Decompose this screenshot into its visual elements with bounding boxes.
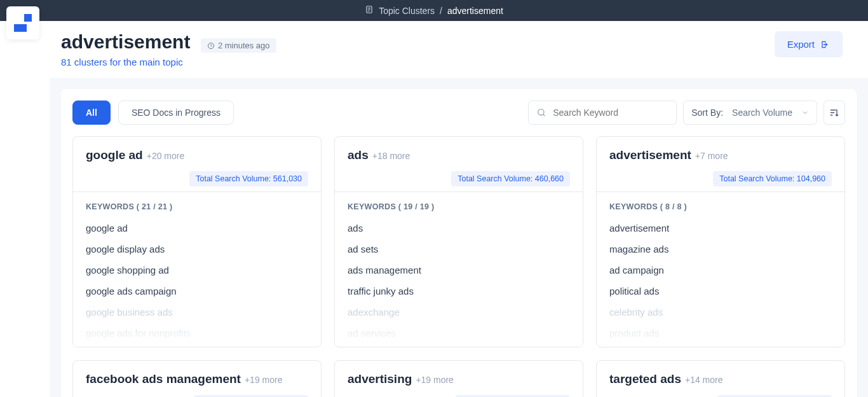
timestamp-text: 2 minutes ago <box>218 41 270 50</box>
tab-seo-progress[interactable]: SEO Docs in Progress <box>118 101 234 125</box>
keyword-item[interactable]: google shopping ad <box>73 260 321 281</box>
cluster-card[interactable]: advertisement+7 moreTotal Search Volume:… <box>596 136 845 347</box>
cluster-title: facebook ads management <box>86 372 241 386</box>
content-area: All SEO Docs in Progress Sort By: Search… <box>50 78 868 397</box>
export-label: Export <box>787 39 815 50</box>
keyword-item[interactable]: ads management <box>335 260 583 281</box>
cluster-more-count: +7 more <box>695 151 728 161</box>
keywords-label: KEYWORDS ( 19 / 19 ) <box>335 192 583 218</box>
keyword-item[interactable]: advertisement <box>597 218 844 239</box>
page-title: advertisement <box>61 31 190 53</box>
keyword-item[interactable]: ad sets <box>335 239 583 260</box>
search-icon <box>536 108 546 118</box>
chevron-down-icon <box>801 109 809 116</box>
breadcrumb-parent[interactable]: Topic Clusters <box>379 6 435 16</box>
fade-overlay <box>73 315 321 347</box>
volume-badge: Total Search Volume: 460,660 <box>451 171 570 186</box>
cluster-card[interactable]: advertising+19 moreTotal Search Volume: … <box>334 360 583 397</box>
keywords-label: KEYWORDS ( 8 / 8 ) <box>597 192 844 218</box>
fade-overlay <box>335 315 583 347</box>
logo-icon <box>14 14 32 32</box>
fade-overlay <box>597 315 844 347</box>
search-input[interactable] <box>553 108 668 118</box>
keyword-item[interactable]: traffic junky ads <box>335 281 583 302</box>
search-box[interactable] <box>528 101 677 125</box>
breadcrumb: Topic Clusters / advertisement <box>0 0 868 21</box>
breadcrumb-current: advertisement <box>447 6 503 16</box>
cluster-title: ads <box>348 148 369 162</box>
clock-icon <box>207 42 215 50</box>
cluster-card[interactable]: google ad+20 moreTotal Search Volume: 56… <box>72 136 322 347</box>
sort-select[interactable]: Sort By: Search Volume <box>683 101 817 125</box>
sort-icon <box>829 108 839 118</box>
volume-badge: Total Search Volume: 104,960 <box>713 171 832 186</box>
sort-direction-button[interactable] <box>824 101 845 125</box>
keyword-item[interactable]: ad campaign <box>597 260 844 281</box>
sort-label: Sort By: <box>691 108 723 118</box>
export-button[interactable]: Export <box>775 31 843 57</box>
sort-value: Search Volume <box>732 108 792 118</box>
document-icon <box>365 5 374 16</box>
cluster-title: google ad <box>86 148 143 162</box>
cluster-title: targeted ads <box>609 372 681 386</box>
cluster-card[interactable]: targeted ads+14 moreTotal Search Volume:… <box>596 360 845 397</box>
main-panel: All SEO Docs in Progress Sort By: Search… <box>61 89 857 397</box>
cluster-card[interactable]: ads+18 moreTotal Search Volume: 460,660K… <box>334 136 583 347</box>
cluster-card[interactable]: facebook ads management+19 moreTotal Sea… <box>72 360 322 397</box>
keyword-item[interactable]: google ads campaign <box>73 281 321 302</box>
keyword-item[interactable]: magazine ads <box>597 239 844 260</box>
cluster-title: advertising <box>348 372 412 386</box>
keyword-item[interactable]: google display ads <box>73 239 321 260</box>
page-subtitle: 81 clusters for the main topic <box>61 57 276 67</box>
tabs: All SEO Docs in Progress <box>72 101 234 125</box>
svg-point-2 <box>538 109 544 115</box>
breadcrumb-sep: / <box>440 6 442 16</box>
toolbar: All SEO Docs in Progress Sort By: Search… <box>72 101 845 125</box>
volume-badge: Total Search Volume: 561,030 <box>189 171 308 186</box>
cluster-grid: google ad+20 moreTotal Search Volume: 56… <box>72 136 845 397</box>
keyword-item[interactable]: ads <box>335 218 583 239</box>
keyword-item[interactable]: google ad <box>73 218 321 239</box>
cluster-more-count: +14 more <box>685 375 723 385</box>
app-logo[interactable] <box>6 6 39 39</box>
cluster-title: advertisement <box>609 148 691 162</box>
cluster-more-count: +19 more <box>416 375 454 385</box>
cluster-more-count: +20 more <box>147 151 185 161</box>
keyword-item[interactable]: political ads <box>597 281 844 302</box>
cluster-more-count: +18 more <box>372 151 410 161</box>
cluster-more-count: +19 more <box>245 375 283 385</box>
page-header: advertisement 2 minutes ago 81 clusters … <box>0 21 868 78</box>
tab-all[interactable]: All <box>72 101 111 125</box>
timestamp-badge: 2 minutes ago <box>201 38 276 53</box>
export-icon <box>820 39 830 50</box>
keywords-label: KEYWORDS ( 21 / 21 ) <box>73 192 321 218</box>
controls: Sort By: Search Volume <box>528 101 845 125</box>
